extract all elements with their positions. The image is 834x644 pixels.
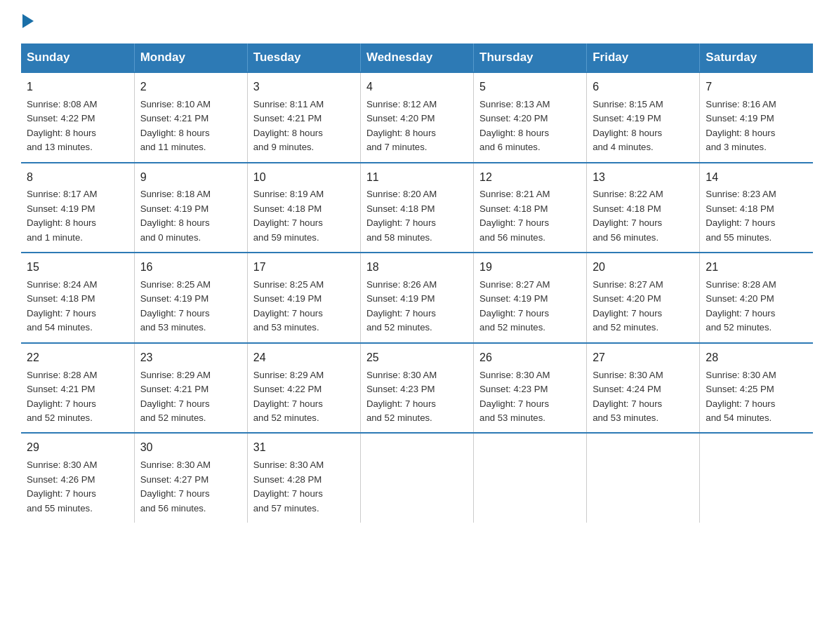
- calendar-week-row: 22Sunrise: 8:28 AM Sunset: 4:21 PM Dayli…: [21, 343, 813, 434]
- day-number: 15: [27, 259, 128, 276]
- day-number: 29: [27, 439, 128, 457]
- day-info: Sunrise: 8:27 AM Sunset: 4:19 PM Dayligh…: [479, 278, 581, 335]
- day-number: 4: [366, 79, 468, 96]
- calendar-cell: 24Sunrise: 8:29 AM Sunset: 4:22 PM Dayli…: [247, 343, 360, 434]
- day-info: Sunrise: 8:25 AM Sunset: 4:19 PM Dayligh…: [253, 278, 355, 335]
- day-number: 26: [479, 349, 581, 367]
- weekday-header-thursday: Thursday: [474, 43, 587, 72]
- day-info: Sunrise: 8:19 AM Sunset: 4:18 PM Dayligh…: [253, 187, 355, 245]
- calendar-cell: [700, 433, 813, 523]
- calendar-week-row: 15Sunrise: 8:24 AM Sunset: 4:18 PM Dayli…: [21, 253, 813, 343]
- calendar-cell: 18Sunrise: 8:26 AM Sunset: 4:19 PM Dayli…: [360, 253, 473, 343]
- calendar-cell: 8Sunrise: 8:17 AM Sunset: 4:19 PM Daylig…: [21, 163, 134, 253]
- day-number: 11: [366, 169, 468, 187]
- calendar-cell: 25Sunrise: 8:30 AM Sunset: 4:23 PM Dayli…: [360, 343, 473, 434]
- day-info: Sunrise: 8:16 AM Sunset: 4:19 PM Dayligh…: [706, 98, 807, 155]
- calendar-cell: 4Sunrise: 8:12 AM Sunset: 4:20 PM Daylig…: [360, 72, 473, 163]
- calendar-cell: 3Sunrise: 8:11 AM Sunset: 4:21 PM Daylig…: [247, 72, 360, 163]
- day-info: Sunrise: 8:15 AM Sunset: 4:19 PM Dayligh…: [593, 98, 694, 155]
- day-number: 6: [593, 79, 694, 96]
- day-number: 1: [27, 79, 128, 96]
- calendar-cell: 11Sunrise: 8:20 AM Sunset: 4:18 PM Dayli…: [360, 163, 473, 253]
- day-number: 5: [479, 79, 581, 96]
- day-number: 25: [366, 349, 468, 367]
- day-info: Sunrise: 8:30 AM Sunset: 4:23 PM Dayligh…: [366, 368, 468, 426]
- calendar-cell: 12Sunrise: 8:21 AM Sunset: 4:18 PM Dayli…: [474, 163, 587, 253]
- day-info: Sunrise: 8:30 AM Sunset: 4:26 PM Dayligh…: [27, 458, 128, 516]
- weekday-header-tuesday: Tuesday: [247, 43, 360, 72]
- day-info: Sunrise: 8:21 AM Sunset: 4:18 PM Dayligh…: [479, 187, 581, 245]
- day-number: 20: [593, 259, 694, 276]
- calendar-cell: [360, 433, 473, 523]
- day-info: Sunrise: 8:08 AM Sunset: 4:22 PM Dayligh…: [27, 98, 128, 155]
- calendar-cell: 10Sunrise: 8:19 AM Sunset: 4:18 PM Dayli…: [247, 163, 360, 253]
- logo: [21, 14, 34, 29]
- day-number: 3: [253, 79, 355, 96]
- day-number: 21: [706, 259, 807, 276]
- day-number: 7: [706, 79, 807, 96]
- calendar-cell: 28Sunrise: 8:30 AM Sunset: 4:25 PM Dayli…: [700, 343, 813, 434]
- calendar-cell: 21Sunrise: 8:28 AM Sunset: 4:20 PM Dayli…: [700, 253, 813, 343]
- calendar-cell: 13Sunrise: 8:22 AM Sunset: 4:18 PM Dayli…: [587, 163, 700, 253]
- weekday-header-row: SundayMondayTuesdayWednesdayThursdayFrid…: [21, 43, 813, 72]
- weekday-header-wednesday: Wednesday: [360, 43, 473, 72]
- day-info: Sunrise: 8:20 AM Sunset: 4:18 PM Dayligh…: [366, 187, 468, 245]
- day-info: Sunrise: 8:30 AM Sunset: 4:27 PM Dayligh…: [140, 458, 241, 516]
- weekday-header-monday: Monday: [134, 43, 247, 72]
- logo-triangle-icon: [22, 14, 34, 28]
- day-info: Sunrise: 8:28 AM Sunset: 4:21 PM Dayligh…: [27, 368, 128, 426]
- day-number: 30: [140, 439, 241, 457]
- calendar-week-row: 29Sunrise: 8:30 AM Sunset: 4:26 PM Dayli…: [21, 433, 813, 523]
- day-info: Sunrise: 8:30 AM Sunset: 4:24 PM Dayligh…: [593, 368, 694, 426]
- calendar-table: SundayMondayTuesdayWednesdayThursdayFrid…: [21, 43, 813, 523]
- day-info: Sunrise: 8:10 AM Sunset: 4:21 PM Dayligh…: [140, 98, 241, 155]
- day-info: Sunrise: 8:11 AM Sunset: 4:21 PM Dayligh…: [253, 98, 355, 155]
- day-info: Sunrise: 8:25 AM Sunset: 4:19 PM Dayligh…: [140, 278, 241, 335]
- calendar-cell: 19Sunrise: 8:27 AM Sunset: 4:19 PM Dayli…: [474, 253, 587, 343]
- weekday-header-sunday: Sunday: [21, 43, 134, 72]
- calendar-cell: 16Sunrise: 8:25 AM Sunset: 4:19 PM Dayli…: [134, 253, 247, 343]
- day-info: Sunrise: 8:12 AM Sunset: 4:20 PM Dayligh…: [366, 98, 468, 155]
- calendar-cell: 22Sunrise: 8:28 AM Sunset: 4:21 PM Dayli…: [21, 343, 134, 434]
- day-number: 18: [366, 259, 468, 276]
- day-number: 31: [253, 439, 355, 457]
- day-number: 13: [593, 169, 694, 187]
- day-info: Sunrise: 8:13 AM Sunset: 4:20 PM Dayligh…: [479, 98, 581, 155]
- day-number: 17: [253, 259, 355, 276]
- calendar-week-row: 1Sunrise: 8:08 AM Sunset: 4:22 PM Daylig…: [21, 72, 813, 163]
- calendar-cell: 17Sunrise: 8:25 AM Sunset: 4:19 PM Dayli…: [247, 253, 360, 343]
- calendar-cell: [474, 433, 587, 523]
- day-info: Sunrise: 8:29 AM Sunset: 4:22 PM Dayligh…: [253, 368, 355, 426]
- day-number: 27: [593, 349, 694, 367]
- day-info: Sunrise: 8:30 AM Sunset: 4:28 PM Dayligh…: [253, 458, 355, 516]
- day-info: Sunrise: 8:30 AM Sunset: 4:23 PM Dayligh…: [479, 368, 581, 426]
- day-info: Sunrise: 8:26 AM Sunset: 4:19 PM Dayligh…: [366, 278, 468, 335]
- day-number: 9: [140, 169, 241, 187]
- calendar-cell: 14Sunrise: 8:23 AM Sunset: 4:18 PM Dayli…: [700, 163, 813, 253]
- day-info: Sunrise: 8:22 AM Sunset: 4:18 PM Dayligh…: [593, 187, 694, 245]
- weekday-header-saturday: Saturday: [700, 43, 813, 72]
- day-info: Sunrise: 8:29 AM Sunset: 4:21 PM Dayligh…: [140, 368, 241, 426]
- day-info: Sunrise: 8:24 AM Sunset: 4:18 PM Dayligh…: [27, 278, 128, 335]
- day-info: Sunrise: 8:23 AM Sunset: 4:18 PM Dayligh…: [706, 187, 807, 245]
- calendar-cell: 15Sunrise: 8:24 AM Sunset: 4:18 PM Dayli…: [21, 253, 134, 343]
- day-number: 19: [479, 259, 581, 276]
- day-number: 8: [27, 169, 128, 187]
- day-info: Sunrise: 8:17 AM Sunset: 4:19 PM Dayligh…: [27, 187, 128, 245]
- calendar-cell: 7Sunrise: 8:16 AM Sunset: 4:19 PM Daylig…: [700, 72, 813, 163]
- day-number: 14: [706, 169, 807, 187]
- calendar-cell: 1Sunrise: 8:08 AM Sunset: 4:22 PM Daylig…: [21, 72, 134, 163]
- day-number: 16: [140, 259, 241, 276]
- calendar-cell: 6Sunrise: 8:15 AM Sunset: 4:19 PM Daylig…: [587, 72, 700, 163]
- calendar-cell: 5Sunrise: 8:13 AM Sunset: 4:20 PM Daylig…: [474, 72, 587, 163]
- day-info: Sunrise: 8:27 AM Sunset: 4:20 PM Dayligh…: [593, 278, 694, 335]
- calendar-week-row: 8Sunrise: 8:17 AM Sunset: 4:19 PM Daylig…: [21, 163, 813, 253]
- calendar-cell: 9Sunrise: 8:18 AM Sunset: 4:19 PM Daylig…: [134, 163, 247, 253]
- calendar-cell: 30Sunrise: 8:30 AM Sunset: 4:27 PM Dayli…: [134, 433, 247, 523]
- calendar-cell: [587, 433, 700, 523]
- page-header: [21, 14, 813, 29]
- calendar-cell: 29Sunrise: 8:30 AM Sunset: 4:26 PM Dayli…: [21, 433, 134, 523]
- calendar-cell: 31Sunrise: 8:30 AM Sunset: 4:28 PM Dayli…: [247, 433, 360, 523]
- calendar-cell: 23Sunrise: 8:29 AM Sunset: 4:21 PM Dayli…: [134, 343, 247, 434]
- day-number: 22: [27, 349, 128, 367]
